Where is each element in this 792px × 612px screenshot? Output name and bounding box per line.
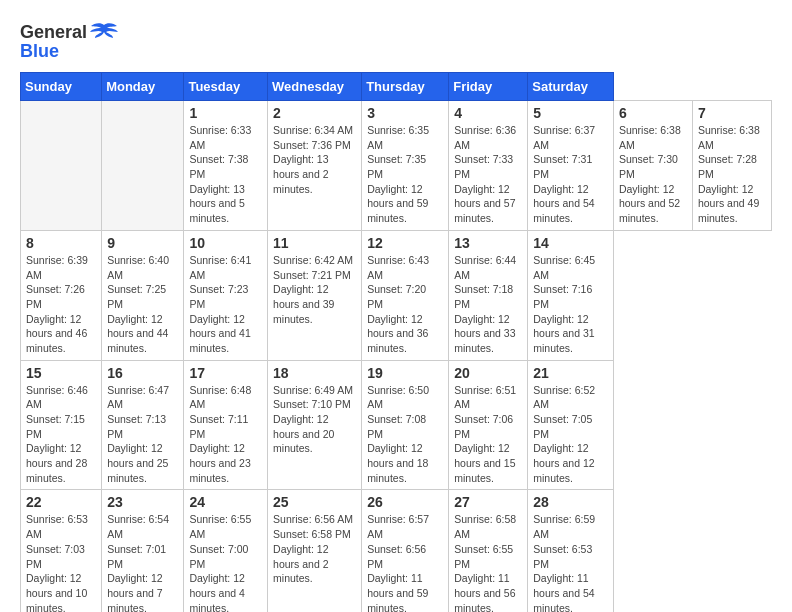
day-number: 4 xyxy=(454,105,522,121)
day-info: Sunrise: 6:42 AMSunset: 7:21 PMDaylight:… xyxy=(273,253,356,326)
day-info: Sunrise: 6:58 AMSunset: 6:55 PMDaylight:… xyxy=(454,512,522,612)
day-number: 10 xyxy=(189,235,262,251)
weekday-header-friday: Friday xyxy=(449,73,528,101)
day-info: Sunrise: 6:43 AMSunset: 7:20 PMDaylight:… xyxy=(367,253,443,356)
day-number: 13 xyxy=(454,235,522,251)
page-header: General Blue xyxy=(20,20,772,62)
calendar-week-2: 8Sunrise: 6:39 AMSunset: 7:26 PMDaylight… xyxy=(21,230,772,360)
day-info: Sunrise: 6:45 AMSunset: 7:16 PMDaylight:… xyxy=(533,253,608,356)
day-info: Sunrise: 6:38 AMSunset: 7:28 PMDaylight:… xyxy=(698,123,766,226)
day-info: Sunrise: 6:48 AMSunset: 7:11 PMDaylight:… xyxy=(189,383,262,486)
day-info: Sunrise: 6:44 AMSunset: 7:18 PMDaylight:… xyxy=(454,253,522,356)
day-cell-21: 21Sunrise: 6:52 AMSunset: 7:05 PMDayligh… xyxy=(528,360,614,490)
day-info: Sunrise: 6:59 AMSunset: 6:53 PMDaylight:… xyxy=(533,512,608,612)
day-number: 23 xyxy=(107,494,178,510)
day-info: Sunrise: 6:57 AMSunset: 6:56 PMDaylight:… xyxy=(367,512,443,612)
logo-bird-icon xyxy=(89,20,119,45)
day-cell-1: 1Sunrise: 6:33 AMSunset: 7:38 PMDaylight… xyxy=(184,101,268,231)
day-cell-24: 24Sunrise: 6:55 AMSunset: 7:00 PMDayligh… xyxy=(184,490,268,612)
day-info: Sunrise: 6:49 AMSunset: 7:10 PMDaylight:… xyxy=(273,383,356,456)
day-number: 16 xyxy=(107,365,178,381)
day-cell-13: 13Sunrise: 6:44 AMSunset: 7:18 PMDayligh… xyxy=(449,230,528,360)
day-info: Sunrise: 6:56 AMSunset: 6:58 PMDaylight:… xyxy=(273,512,356,585)
logo-text: General xyxy=(20,22,87,43)
day-cell-5: 5Sunrise: 6:37 AMSunset: 7:31 PMDaylight… xyxy=(528,101,614,231)
day-info: Sunrise: 6:34 AMSunset: 7:36 PMDaylight:… xyxy=(273,123,356,196)
day-info: Sunrise: 6:55 AMSunset: 7:00 PMDaylight:… xyxy=(189,512,262,612)
day-cell-26: 26Sunrise: 6:57 AMSunset: 6:56 PMDayligh… xyxy=(362,490,449,612)
day-cell-2: 2Sunrise: 6:34 AMSunset: 7:36 PMDaylight… xyxy=(268,101,362,231)
day-number: 27 xyxy=(454,494,522,510)
calendar-header-row: SundayMondayTuesdayWednesdayThursdayFrid… xyxy=(21,73,772,101)
day-number: 21 xyxy=(533,365,608,381)
day-cell-17: 17Sunrise: 6:48 AMSunset: 7:11 PMDayligh… xyxy=(184,360,268,490)
day-cell-16: 16Sunrise: 6:47 AMSunset: 7:13 PMDayligh… xyxy=(102,360,184,490)
day-cell-12: 12Sunrise: 6:43 AMSunset: 7:20 PMDayligh… xyxy=(362,230,449,360)
day-info: Sunrise: 6:47 AMSunset: 7:13 PMDaylight:… xyxy=(107,383,178,486)
day-number: 22 xyxy=(26,494,96,510)
day-info: Sunrise: 6:41 AMSunset: 7:23 PMDaylight:… xyxy=(189,253,262,356)
empty-cell xyxy=(102,101,184,231)
weekday-header-saturday: Saturday xyxy=(528,73,614,101)
day-cell-10: 10Sunrise: 6:41 AMSunset: 7:23 PMDayligh… xyxy=(184,230,268,360)
weekday-header-wednesday: Wednesday xyxy=(268,73,362,101)
day-info: Sunrise: 6:37 AMSunset: 7:31 PMDaylight:… xyxy=(533,123,608,226)
day-number: 26 xyxy=(367,494,443,510)
day-number: 9 xyxy=(107,235,178,251)
day-number: 25 xyxy=(273,494,356,510)
day-info: Sunrise: 6:36 AMSunset: 7:33 PMDaylight:… xyxy=(454,123,522,226)
day-number: 6 xyxy=(619,105,687,121)
day-info: Sunrise: 6:38 AMSunset: 7:30 PMDaylight:… xyxy=(619,123,687,226)
day-cell-8: 8Sunrise: 6:39 AMSunset: 7:26 PMDaylight… xyxy=(21,230,102,360)
day-number: 15 xyxy=(26,365,96,381)
day-info: Sunrise: 6:33 AMSunset: 7:38 PMDaylight:… xyxy=(189,123,262,226)
day-cell-4: 4Sunrise: 6:36 AMSunset: 7:33 PMDaylight… xyxy=(449,101,528,231)
day-cell-6: 6Sunrise: 6:38 AMSunset: 7:30 PMDaylight… xyxy=(613,101,692,231)
day-number: 7 xyxy=(698,105,766,121)
day-info: Sunrise: 6:52 AMSunset: 7:05 PMDaylight:… xyxy=(533,383,608,486)
day-info: Sunrise: 6:40 AMSunset: 7:25 PMDaylight:… xyxy=(107,253,178,356)
day-number: 3 xyxy=(367,105,443,121)
day-cell-14: 14Sunrise: 6:45 AMSunset: 7:16 PMDayligh… xyxy=(528,230,614,360)
day-number: 17 xyxy=(189,365,262,381)
day-number: 20 xyxy=(454,365,522,381)
day-number: 12 xyxy=(367,235,443,251)
day-cell-15: 15Sunrise: 6:46 AMSunset: 7:15 PMDayligh… xyxy=(21,360,102,490)
day-number: 1 xyxy=(189,105,262,121)
calendar-week-4: 22Sunrise: 6:53 AMSunset: 7:03 PMDayligh… xyxy=(21,490,772,612)
day-info: Sunrise: 6:51 AMSunset: 7:06 PMDaylight:… xyxy=(454,383,522,486)
day-number: 19 xyxy=(367,365,443,381)
day-number: 24 xyxy=(189,494,262,510)
weekday-header-sunday: Sunday xyxy=(21,73,102,101)
day-cell-3: 3Sunrise: 6:35 AMSunset: 7:35 PMDaylight… xyxy=(362,101,449,231)
day-cell-25: 25Sunrise: 6:56 AMSunset: 6:58 PMDayligh… xyxy=(268,490,362,612)
empty-cell xyxy=(21,101,102,231)
day-info: Sunrise: 6:46 AMSunset: 7:15 PMDaylight:… xyxy=(26,383,96,486)
calendar-table: SundayMondayTuesdayWednesdayThursdayFrid… xyxy=(20,72,772,612)
day-cell-19: 19Sunrise: 6:50 AMSunset: 7:08 PMDayligh… xyxy=(362,360,449,490)
day-cell-22: 22Sunrise: 6:53 AMSunset: 7:03 PMDayligh… xyxy=(21,490,102,612)
day-cell-9: 9Sunrise: 6:40 AMSunset: 7:25 PMDaylight… xyxy=(102,230,184,360)
weekday-header-thursday: Thursday xyxy=(362,73,449,101)
logo-blue-text: Blue xyxy=(20,41,59,62)
day-number: 14 xyxy=(533,235,608,251)
day-cell-11: 11Sunrise: 6:42 AMSunset: 7:21 PMDayligh… xyxy=(268,230,362,360)
day-cell-7: 7Sunrise: 6:38 AMSunset: 7:28 PMDaylight… xyxy=(692,101,771,231)
day-cell-18: 18Sunrise: 6:49 AMSunset: 7:10 PMDayligh… xyxy=(268,360,362,490)
day-number: 8 xyxy=(26,235,96,251)
calendar-week-1: 1Sunrise: 6:33 AMSunset: 7:38 PMDaylight… xyxy=(21,101,772,231)
day-number: 11 xyxy=(273,235,356,251)
day-cell-28: 28Sunrise: 6:59 AMSunset: 6:53 PMDayligh… xyxy=(528,490,614,612)
logo: General Blue xyxy=(20,20,119,62)
calendar-week-3: 15Sunrise: 6:46 AMSunset: 7:15 PMDayligh… xyxy=(21,360,772,490)
day-info: Sunrise: 6:39 AMSunset: 7:26 PMDaylight:… xyxy=(26,253,96,356)
day-info: Sunrise: 6:50 AMSunset: 7:08 PMDaylight:… xyxy=(367,383,443,486)
weekday-header-tuesday: Tuesday xyxy=(184,73,268,101)
weekday-header-monday: Monday xyxy=(102,73,184,101)
day-info: Sunrise: 6:54 AMSunset: 7:01 PMDaylight:… xyxy=(107,512,178,612)
day-number: 28 xyxy=(533,494,608,510)
day-cell-23: 23Sunrise: 6:54 AMSunset: 7:01 PMDayligh… xyxy=(102,490,184,612)
day-info: Sunrise: 6:35 AMSunset: 7:35 PMDaylight:… xyxy=(367,123,443,226)
day-number: 18 xyxy=(273,365,356,381)
day-cell-27: 27Sunrise: 6:58 AMSunset: 6:55 PMDayligh… xyxy=(449,490,528,612)
